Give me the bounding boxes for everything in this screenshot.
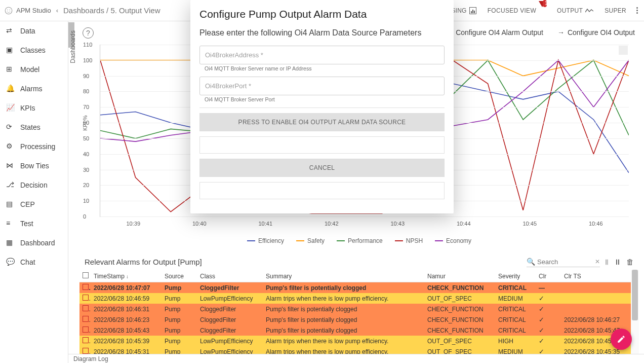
enable-datasource-button[interactable]: PRESS TO ENABLE OI4 OUTPUT ALARM DATA SO… [199, 113, 445, 131]
tab-super[interactable]: SUPER [601, 5, 629, 16]
broker-port-input[interactable]: Oi4BrokerPort * [199, 77, 445, 95]
row-checkbox[interactable] [83, 284, 89, 290]
table-row[interactable]: 2022/06/28 10:46:23PumpCloggedFilterPump… [79, 314, 632, 325]
cell-clrts: 2022/06/28 10:46:27 [561, 314, 632, 325]
sidebar-item-alarms[interactable]: 🔔Alarms [0, 79, 68, 98]
sidebar-item-decision[interactable]: ⎇Decision [0, 175, 68, 195]
side-panel-tab[interactable]: Dashboards [68, 27, 79, 363]
sort-desc-icon: ↓ [126, 274, 129, 279]
arrow-right-icon: → [557, 28, 565, 37]
configure-output-link[interactable]: →Configure OI4 Output [557, 28, 635, 37]
legend-item[interactable]: Performance [337, 237, 383, 244]
app-logo: APM Studio [4, 6, 51, 15]
table-row[interactable]: 2022/06/28 10:45:39PumpLowPumpEfficiency… [79, 336, 632, 346]
legend-item[interactable]: Economy [435, 237, 471, 244]
table-row[interactable]: 2022/06/28 10:45:43PumpCloggedFilterPump… [79, 325, 632, 336]
cell-summary: Alarm trips when there is low pump effic… [263, 336, 424, 346]
pause-button[interactable]: ⏸ [614, 258, 621, 267]
legend-label: Economy [446, 237, 471, 244]
col-severity[interactable]: Severity [495, 270, 536, 282]
x-tick: 10:43 [390, 221, 405, 227]
table-row[interactable]: 2022/06/28 10:45:31PumpLowPumpEfficiency… [79, 346, 632, 354]
collapse-sidebar-button[interactable]: ‹ [51, 7, 63, 14]
sidebar-item-data[interactable]: ⇄Data [0, 21, 68, 41]
delete-button[interactable]: 🗑 [626, 258, 634, 267]
row-checkbox[interactable] [83, 295, 89, 301]
cell-clr: ✓ [536, 325, 561, 336]
scrollbar-thumb[interactable] [632, 270, 638, 320]
overflow-menu-button[interactable] [634, 5, 640, 16]
app-title: APM Studio [16, 7, 51, 14]
row-checkbox[interactable] [83, 337, 89, 343]
sidebar-item-chat[interactable]: 💬Chat [0, 252, 68, 272]
legend-item[interactable]: Efficiency [247, 237, 284, 244]
sidebar-item-dashboard[interactable]: ▦Dashboard [0, 233, 68, 252]
cell-namur: CHECK_FUNCTION [424, 314, 495, 325]
decision-icon: ⎇ [6, 180, 15, 190]
cell-source: Pump [162, 282, 197, 294]
search-input[interactable] [537, 258, 593, 266]
cell-timestamp: 2022/06/28 10:46:23 [91, 314, 162, 325]
sidebar-item-states[interactable]: ⟳States [0, 118, 68, 137]
processing-icon: ⚙ [6, 142, 15, 151]
broker-address-input[interactable]: Oi4BrokerAddress * [199, 46, 445, 64]
row-checkbox[interactable] [83, 326, 89, 333]
alarms-title: Relevant Alarms for Output [Pump] [85, 258, 202, 266]
sidebar-item-test[interactable]: ≡Test [0, 214, 68, 233]
clear-search-icon[interactable]: ✕ [595, 258, 600, 265]
sidebar-item-processing[interactable]: ⚙Processing [0, 137, 68, 156]
col-source[interactable]: Source [162, 270, 197, 282]
row-checkbox[interactable] [83, 305, 89, 311]
col-summary[interactable]: Summary [263, 270, 424, 282]
columns-button[interactable]: ⫴ [605, 258, 609, 267]
svg-point-2 [10, 9, 11, 10]
col-clrts[interactable]: Clr TS [561, 270, 632, 282]
cell-clrts [561, 282, 632, 294]
table-row[interactable]: 2022/06/28 10:46:31PumpCloggedFilterPump… [79, 304, 632, 314]
legend-label: Safety [307, 237, 325, 244]
data-icon: ⇄ [6, 26, 15, 35]
col-namur[interactable]: Namur [424, 270, 495, 282]
table-row[interactable]: 2022/06/28 10:47:07PumpCloggedFilterPump… [79, 282, 632, 294]
cell-namur: OUT_OF_SPEC [424, 336, 495, 346]
cell-class: CloggedFilter [197, 304, 263, 314]
bell-icon: 🔔 [6, 84, 15, 93]
pencil-icon [617, 335, 626, 344]
header-tabs: PROCESSING FOCUSED VIEW 12 OUTPUT SUPER [422, 5, 640, 16]
configure-alarm-modal: Configure Pump Output Alarm Data Please … [190, 0, 454, 213]
cell-summary: Alarm trips when there is low pump effic… [263, 293, 424, 304]
table-row[interactable]: 2022/06/28 10:46:59PumpLowPumpEfficiency… [79, 293, 632, 304]
col-clr[interactable]: Clr [536, 270, 561, 282]
sidebar-item-kpis[interactable]: 📈KPIs [0, 98, 68, 118]
chart-help[interactable]: ? [83, 27, 94, 39]
sidebar-item-cep[interactable]: ▤CEP [0, 195, 68, 214]
model-icon: ⊞ [6, 65, 15, 74]
edit-fab[interactable] [611, 329, 632, 350]
bottom-bar[interactable]: Diagram Log [68, 354, 644, 363]
alarms-scrollbar[interactable] [631, 270, 639, 354]
tab-focused-view[interactable]: FOCUSED VIEW 12 [485, 5, 549, 16]
cell-source: Pump [162, 336, 197, 346]
select-all-checkbox[interactable] [83, 272, 89, 278]
legend-item[interactable]: NPSH [395, 237, 423, 244]
cancel-button[interactable]: CANCEL [199, 159, 445, 177]
y-tick: 40 [83, 151, 89, 157]
row-checkbox[interactable] [83, 316, 89, 322]
col-class[interactable]: Class [197, 270, 263, 282]
cell-namur: CHECK_FUNCTION [424, 304, 495, 314]
sidebar-item-model[interactable]: ⊞Model [0, 60, 68, 79]
svg-point-1 [7, 9, 8, 10]
tab-output[interactable]: OUTPUT [554, 5, 596, 16]
row-checkbox[interactable] [83, 348, 89, 354]
cep-icon: ▤ [6, 200, 15, 209]
sidebar-item-classes[interactable]: ▣Classes [0, 41, 68, 60]
col-timestamp[interactable]: TimeStamp↓ [91, 270, 162, 282]
cell-summary: Pump's filter is potentially clogged [263, 325, 424, 336]
configure-alarm-output-link[interactable]: →Configure OI4 Alarm Output [446, 28, 543, 37]
legend-item[interactable]: Safety [296, 237, 325, 244]
cell-clrts [561, 304, 632, 314]
cell-timestamp: 2022/06/28 10:46:31 [91, 304, 162, 314]
legend-swatch [296, 240, 304, 241]
alarm-search[interactable]: 🔍 ✕ [527, 257, 600, 267]
sidebar-item-bowties[interactable]: ⋈Bow Ties [0, 156, 68, 175]
